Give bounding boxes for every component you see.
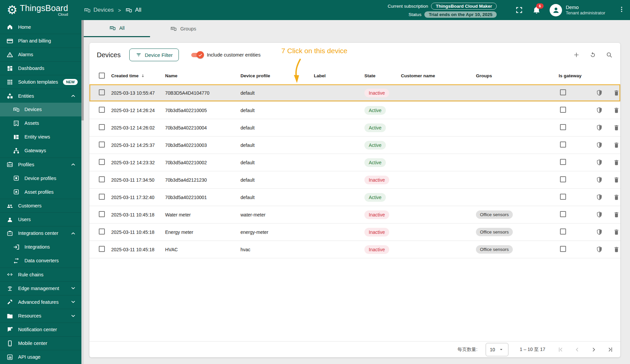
sidebar-item-resources[interactable]: Resources bbox=[0, 309, 81, 323]
delete-button[interactable] bbox=[613, 176, 620, 183]
table-row[interactable]: 2025-03-11 10:45:18 Water meter water-me… bbox=[89, 206, 620, 223]
group-chip[interactable]: Office sensors bbox=[476, 228, 513, 236]
is-gateway-checkbox[interactable] bbox=[560, 159, 566, 165]
manage-credentials-button[interactable] bbox=[596, 194, 603, 201]
column-header-is-gateway[interactable]: Is gateway bbox=[556, 73, 596, 78]
column-header-label[interactable]: Label bbox=[311, 73, 361, 78]
row-checkbox[interactable] bbox=[99, 194, 105, 200]
is-gateway-checkbox[interactable] bbox=[560, 89, 566, 95]
sidebar-item-home[interactable]: Home bbox=[0, 20, 81, 34]
delete-button[interactable] bbox=[613, 211, 620, 218]
table-row[interactable]: 2025-03-11 17:34:50 70b3d5a4d2121230 def… bbox=[89, 171, 620, 189]
row-checkbox[interactable] bbox=[99, 142, 105, 148]
fullscreen-icon[interactable] bbox=[515, 6, 523, 14]
manage-credentials-button[interactable] bbox=[596, 89, 603, 96]
sidebar-item-data-converters[interactable]: Data converters bbox=[0, 254, 81, 268]
group-chip[interactable]: Office sensors bbox=[476, 245, 513, 254]
column-header-device-profile[interactable]: Device profile bbox=[237, 73, 311, 78]
table-row[interactable]: 2025-03-12 14:25:37 70b3d5a402210003 def… bbox=[89, 136, 620, 154]
scrollbar-thumb[interactable] bbox=[81, 20, 84, 120]
is-gateway-checkbox[interactable] bbox=[560, 194, 566, 200]
table-row[interactable]: 2025-03-11 10:45:18 Energy meter energy-… bbox=[89, 223, 620, 241]
sidebar-item-advanced-features[interactable]: Advanced features bbox=[0, 295, 81, 309]
delete-button[interactable] bbox=[613, 107, 620, 114]
search-button[interactable] bbox=[606, 51, 613, 59]
sidebar-item-asset-profiles[interactable]: Asset profiles bbox=[0, 185, 81, 199]
row-checkbox[interactable] bbox=[99, 124, 105, 130]
next-page-button[interactable] bbox=[590, 346, 598, 353]
row-checkbox[interactable] bbox=[99, 176, 105, 182]
delete-button[interactable] bbox=[613, 229, 620, 236]
sidebar-item-edge-management[interactable]: Edge management bbox=[0, 281, 81, 295]
table-row[interactable]: 2025-03-11 10:45:18 HVAC hvac Inactive O… bbox=[89, 241, 620, 258]
column-header-groups[interactable]: Groups bbox=[473, 73, 556, 78]
sidebar-item-plan-and-billing[interactable]: Plan and billing bbox=[0, 34, 81, 48]
column-header-created-time[interactable]: Created time bbox=[108, 73, 162, 79]
is-gateway-checkbox[interactable] bbox=[560, 229, 566, 235]
tab-groups[interactable]: Groups bbox=[150, 20, 216, 37]
sidebar-item-solution-templates[interactable]: Solution templates NEW bbox=[0, 75, 81, 89]
brand-logo[interactable]: ⚙ ThingsBoard Cloud bbox=[0, 4, 84, 16]
sidebar-item-api-usage[interactable]: API usage bbox=[0, 350, 81, 364]
table-row[interactable]: 2025-03-12 14:26:02 70b3d5a402210004 def… bbox=[89, 119, 620, 136]
is-gateway-checkbox[interactable] bbox=[560, 246, 566, 252]
delete-button[interactable] bbox=[613, 142, 620, 149]
sidebar-item-entity-views[interactable]: Entity views bbox=[0, 130, 81, 144]
sidebar-scrollbar[interactable] bbox=[81, 20, 84, 364]
column-header-customer-name[interactable]: Customer name bbox=[398, 73, 473, 78]
select-all-checkbox[interactable] bbox=[99, 73, 105, 79]
manage-credentials-button[interactable] bbox=[596, 107, 603, 114]
sidebar-item-profiles[interactable]: Profiles bbox=[0, 158, 81, 171]
device-filter-button[interactable]: Device Filter bbox=[129, 49, 179, 61]
last-page-button[interactable] bbox=[607, 346, 614, 353]
sidebar-item-assets[interactable]: Assets bbox=[0, 116, 81, 130]
is-gateway-checkbox[interactable] bbox=[560, 176, 566, 182]
table-row[interactable]: 2025-03-12 14:23:32 70b3d5a402210002 def… bbox=[89, 154, 620, 171]
manage-credentials-button[interactable] bbox=[596, 176, 603, 183]
row-checkbox[interactable] bbox=[99, 229, 105, 235]
sidebar-item-users[interactable]: Users bbox=[0, 212, 81, 226]
table-row[interactable]: 2025-03-13 10:55:47 70B3D5A4D4104770 def… bbox=[89, 84, 620, 102]
sidebar-item-rule-chains[interactable]: Rule chains bbox=[0, 268, 81, 281]
notifications-button[interactable]: 6 bbox=[532, 6, 541, 14]
more-menu-button[interactable] bbox=[618, 6, 625, 14]
manage-credentials-button[interactable] bbox=[596, 159, 603, 166]
sidebar-item-integrations[interactable]: Integrations bbox=[0, 240, 81, 254]
delete-button[interactable] bbox=[613, 124, 620, 131]
sidebar-item-alarms[interactable]: Alarms bbox=[0, 48, 81, 61]
row-checkbox[interactable] bbox=[99, 246, 105, 252]
is-gateway-checkbox[interactable] bbox=[560, 107, 566, 113]
delete-button[interactable] bbox=[613, 194, 620, 201]
row-checkbox[interactable] bbox=[99, 159, 105, 165]
manage-credentials-button[interactable] bbox=[596, 246, 603, 253]
sidebar-item-entities[interactable]: Entities bbox=[0, 89, 81, 102]
table-row[interactable]: 2025-03-12 14:26:24 70b3d5a402210005 def… bbox=[89, 102, 620, 119]
tab-all[interactable]: All bbox=[84, 20, 150, 37]
table-row[interactable]: 2025-03-11 17:32:40 70b3d5a402210001 def… bbox=[89, 189, 620, 206]
manage-credentials-button[interactable] bbox=[596, 211, 603, 218]
delete-button[interactable] bbox=[613, 89, 620, 96]
sidebar-item-dashboards[interactable]: Dashboards bbox=[0, 61, 81, 75]
is-gateway-checkbox[interactable] bbox=[560, 142, 566, 148]
manage-credentials-button[interactable] bbox=[596, 124, 603, 131]
avatar[interactable] bbox=[550, 4, 562, 16]
is-gateway-checkbox[interactable] bbox=[560, 211, 566, 217]
row-checkbox[interactable] bbox=[99, 107, 105, 113]
sidebar-item-mobile-center[interactable]: Mobile center bbox=[0, 336, 81, 350]
row-checkbox[interactable] bbox=[99, 211, 105, 217]
is-gateway-checkbox[interactable] bbox=[560, 124, 566, 130]
breadcrumb-all[interactable]: All bbox=[125, 7, 141, 14]
delete-button[interactable] bbox=[613, 159, 620, 166]
refresh-button[interactable] bbox=[589, 51, 597, 59]
include-customer-entities-toggle[interactable] bbox=[191, 51, 203, 59]
manage-credentials-button[interactable] bbox=[596, 229, 603, 236]
column-header-state[interactable]: State bbox=[361, 73, 398, 78]
sidebar-item-integrations-center[interactable]: Integrations center bbox=[0, 226, 81, 240]
add-device-button[interactable] bbox=[573, 51, 580, 59]
group-chip[interactable]: Office sensors bbox=[476, 210, 513, 219]
column-header-name[interactable]: Name bbox=[162, 73, 237, 78]
sidebar-item-notification-center[interactable]: Notification center bbox=[0, 323, 81, 336]
delete-button[interactable] bbox=[613, 246, 620, 253]
row-checkbox[interactable] bbox=[99, 89, 105, 95]
page-size-select[interactable]: 10 bbox=[486, 343, 508, 356]
